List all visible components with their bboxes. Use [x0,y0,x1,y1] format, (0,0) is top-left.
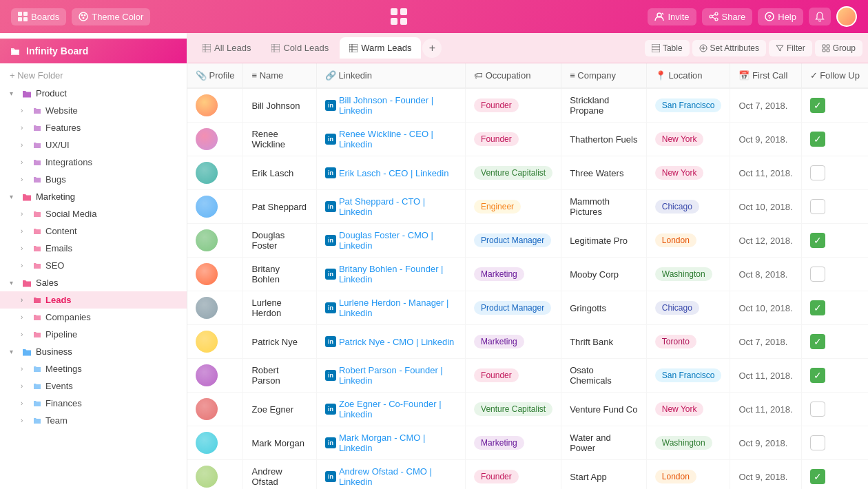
cell-name: Andrew Ofstad [243,460,316,490]
user-avatar[interactable] [836,6,857,27]
follow-up-unchecked[interactable] [810,402,825,417]
cell-follow-up[interactable] [801,190,868,224]
new-folder-button[interactable]: + New Folder [0,66,187,85]
sidebar-group-marketing[interactable]: ▾ Marketing [0,188,187,205]
cell-name: Pat Sheppard [243,190,316,224]
cell-occupation: Product Manager [466,224,561,258]
boards-button[interactable]: Boards [11,8,66,25]
sidebar-item-features[interactable]: › Features [0,119,187,136]
col-occupation: 🏷 Occupation [466,63,561,88]
cell-follow-up[interactable] [801,426,868,460]
cell-follow-up[interactable] [801,156,868,190]
svg-rect-8 [391,8,397,15]
cell-name: Renee Wickline [243,123,316,156]
tab-warm-leads[interactable]: Warm Leads [340,37,421,59]
svg-rect-39 [823,45,825,48]
sidebar-item-emails[interactable]: › Emails [0,240,187,257]
linkedin-link[interactable]: in Erik Lasch - CEO | Linkedin [325,167,457,178]
svg-point-15 [710,15,712,18]
sidebar-item-pipeline[interactable]: › Pipeline [0,326,187,343]
table-row: Robert Parson in Robert Parson - Founder… [187,359,868,393]
sidebar-item-companies[interactable]: › Companies [0,309,187,326]
table-icon [271,44,280,52]
first-call-date: Oct 10, 2018. [738,202,792,212]
group-button[interactable]: Group [815,40,862,56]
occupation-badge: Founder [474,98,519,112]
follow-up-unchecked[interactable] [810,435,825,450]
sidebar-item-uxui[interactable]: › UX/UI [0,136,187,154]
cell-follow-up[interactable]: ✓ [801,325,868,359]
follow-up-unchecked[interactable] [810,165,825,180]
cell-follow-up[interactable] [801,258,868,291]
sidebar-group-product[interactable]: ▾ Product [0,85,187,102]
linkedin-link[interactable]: in Lurlene Herdon - Manager | Linkedin [325,298,457,318]
leads-table: 📎 Profile ≡ Name 🔗 Linkedin 🏷 Occupation [187,63,868,489]
sidebar-item-website[interactable]: › Website [0,102,187,119]
chevron-right-icon: › [21,107,29,114]
cell-follow-up[interactable]: ✓ [801,123,868,156]
follow-up-checked[interactable]: ✓ [810,469,825,484]
follow-up-checked[interactable]: ✓ [810,98,825,113]
notification-button[interactable] [809,8,831,25]
follow-up-unchecked[interactable] [810,199,825,214]
sidebar-item-content[interactable]: › Content [0,222,187,240]
share-button[interactable]: Share [702,8,753,25]
set-attributes-button[interactable]: Set Attributes [692,40,766,56]
cell-occupation: Founder [466,460,561,490]
sidebar-item-leads[interactable]: › Leads [0,291,187,309]
cell-linkedin: in Robert Parson - Founder | Linkedin [316,359,465,393]
table-view-button[interactable]: Table [645,40,690,56]
sidebar-item-events[interactable]: › Events [0,377,187,395]
follow-up-checked[interactable]: ✓ [810,233,825,248]
sidebar-item-team[interactable]: › Team [0,412,187,429]
cell-follow-up[interactable]: ✓ [801,88,868,123]
linkedin-link[interactable]: in Pat Sheppard - CTO | Linkedin [325,196,457,217]
linkedin-link[interactable]: in Patrick Nye - CMO | Linkedin [325,336,457,347]
first-call-date: Oct 11, 2018. [738,371,792,381]
sidebar-item-finances[interactable]: › Finances [0,395,187,412]
linkedin-link[interactable]: in Britany Bohlen - Founder | Linkedin [325,264,457,284]
folder-icon [33,244,41,253]
cell-occupation: Marketing [466,258,561,291]
cell-follow-up[interactable]: ✓ [801,359,868,393]
occupation-badge: Marketing [474,267,524,281]
tab-cold-leads[interactable]: Cold Leads [262,37,338,59]
sidebar-item-meetings[interactable]: › Meetings [0,360,187,377]
cell-follow-up[interactable]: ✓ [801,224,868,258]
chevron-down-icon: ▾ [10,348,18,355]
folder-icon [33,227,41,236]
tab-all-leads[interactable]: All Leads [193,37,260,59]
linkedin-link[interactable]: in Andrew Ofstad - CMO | Linkedin [325,466,457,487]
follow-up-unchecked[interactable] [810,267,825,282]
help-button[interactable]: ? Help [758,8,803,25]
sidebar-group-sales[interactable]: ▾ Sales [0,274,187,291]
linkedin-link[interactable]: in Renee Wickline - CEO | Linkedin [325,129,457,149]
profile-cell [196,364,234,386]
linkedin-link[interactable]: in Bill Johnson - Founder | Linkedin [325,95,457,116]
cell-follow-up[interactable]: ✓ [801,460,868,490]
linkedin-link[interactable]: in Douglas Foster - CMO | Linkedin [325,230,457,251]
sidebar-item-seo[interactable]: › SEO [0,257,187,274]
top-bar-right: Invite Share ? Help [648,6,857,27]
cell-follow-up[interactable] [801,393,868,426]
sidebar-item-social-media[interactable]: › Social Media [0,205,187,222]
add-tab-button[interactable]: + [422,39,442,58]
linkedin-link[interactable]: in Robert Parson - Founder | Linkedin [325,365,457,386]
palette-icon [79,12,88,21]
linkedin-link[interactable]: in Zoe Egner - Co-Founder | Linkedin [325,399,457,419]
filter-button[interactable]: Filter [769,40,812,56]
theme-color-button[interactable]: Theme Color [72,8,150,25]
follow-up-checked[interactable]: ✓ [810,368,825,383]
cell-first-call: Oct 11, 2018. [730,156,801,190]
follow-up-checked[interactable]: ✓ [810,132,825,147]
linkedin-link[interactable]: in Mark Morgan - CMO | Linkedin [325,433,457,453]
cell-follow-up[interactable]: ✓ [801,291,868,325]
svg-rect-21 [203,44,211,52]
sidebar-item-bugs[interactable]: › Bugs [0,171,187,188]
sidebar-item-integrations[interactable]: › Integrations [0,154,187,171]
invite-button[interactable]: Invite [648,8,696,25]
follow-up-checked[interactable]: ✓ [810,300,825,315]
sidebar-group-business[interactable]: ▾ Business [0,343,187,360]
col-name: ≡ Name [243,63,316,88]
follow-up-checked[interactable]: ✓ [810,334,825,349]
